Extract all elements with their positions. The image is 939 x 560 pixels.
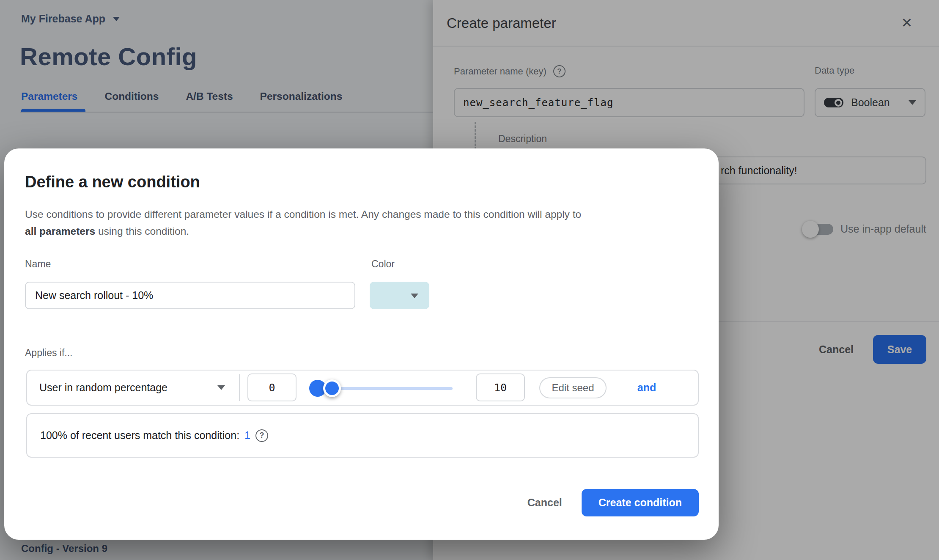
condition-name-label: Name — [25, 258, 51, 270]
help-icon[interactable]: ? — [255, 429, 268, 442]
define-condition-dialog: Define a new condition Use conditions to… — [4, 148, 719, 540]
intro-line1: Use conditions to provide different para… — [25, 206, 581, 223]
create-condition-button[interactable]: Create condition — [582, 489, 699, 516]
dropdown-caret-icon — [411, 294, 418, 298]
intro-line2-rest: using this condition. — [95, 225, 189, 237]
and-condition-link[interactable]: and — [626, 371, 668, 405]
color-label: Color — [371, 258, 395, 270]
dialog-footer: Cancel Create condition — [527, 489, 699, 516]
dialog-title: Define a new condition — [25, 173, 200, 191]
condition-match-info: 100% of recent users match this conditio… — [26, 413, 699, 458]
match-info-text: 100% of recent users match this conditio… — [40, 429, 239, 442]
applies-if-label: Applies if... — [25, 347, 73, 359]
condition-type-value: User in random percentage — [39, 382, 167, 394]
intro-bold: all parameters — [25, 225, 95, 237]
percent-max-input[interactable] — [476, 373, 525, 401]
dialog-intro-text: Use conditions to provide different para… — [25, 206, 581, 240]
condition-rule-row: User in random percentage Edit seed and — [26, 370, 699, 406]
condition-name-input[interactable] — [25, 282, 355, 309]
dialog-cancel-button[interactable]: Cancel — [527, 497, 562, 509]
match-info-value: 1 — [244, 429, 250, 442]
percentage-range-slider — [310, 371, 453, 405]
slider-handle-max[interactable] — [323, 379, 341, 397]
color-select[interactable] — [370, 282, 429, 309]
intro-line2: all parameters using this condition. — [25, 223, 581, 240]
firebase-remote-config-screen: My Firebase App Remote Config Parameters… — [0, 0, 939, 560]
condition-divider — [239, 374, 240, 401]
edit-seed-button[interactable]: Edit seed — [539, 377, 607, 398]
percent-min-input[interactable] — [247, 373, 297, 401]
condition-type-select[interactable]: User in random percentage — [27, 371, 239, 405]
dropdown-caret-icon — [217, 385, 225, 390]
